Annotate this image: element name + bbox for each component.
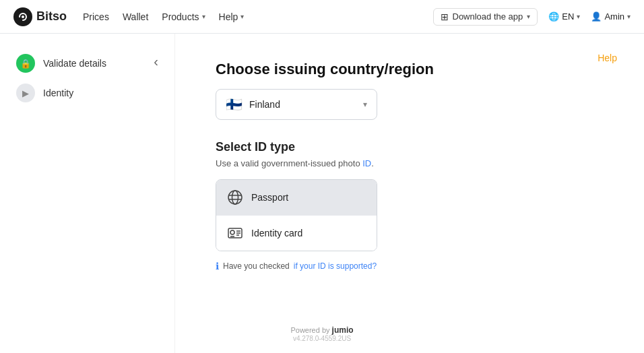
svg-point-6 (230, 230, 234, 234)
step-identity-label: Identity (43, 88, 73, 98)
step-validate-label: Validate details (43, 58, 106, 69)
globe-icon: 🌐 (548, 11, 559, 22)
country-selector[interactable]: 🇫🇮 Finland ▾ (216, 89, 377, 120)
user-menu[interactable]: 👤 Amin ▾ (591, 11, 631, 22)
download-chevron: ▾ (527, 13, 530, 20)
grid-icon: ⊞ (441, 11, 449, 22)
svg-point-2 (232, 191, 238, 204)
passport-icon (227, 189, 243, 205)
main-layout: 🔒 Validate details ▶ Identity ‹ Help Cho… (0, 34, 644, 353)
country-name: Finland (249, 99, 356, 110)
download-app-button[interactable]: ⊞ Download the app ▾ (433, 8, 538, 26)
content-area: Help Choose issuing country/region 🇫🇮 Fi… (175, 34, 644, 353)
step-identity-icon: ▶ (16, 84, 35, 102)
step-validate-icon: 🔒 (16, 54, 35, 73)
sidebar: 🔒 Validate details ▶ Identity ‹ (0, 34, 175, 353)
header-right: ⊞ Download the app ▾ 🌐 EN ▾ 👤 Amin ▾ (433, 8, 631, 26)
id-type-subtitle: Use a valid government-issued photo ID. (216, 158, 604, 168)
logo[interactable]: Bitso (13, 7, 67, 26)
language-selector[interactable]: 🌐 EN ▾ (548, 11, 580, 22)
svg-point-1 (228, 191, 242, 204)
id-card-icon (227, 225, 243, 241)
nav-products[interactable]: Products ▾ (162, 11, 205, 22)
id-link[interactable]: ID (362, 158, 371, 168)
supported-id-link[interactable]: if your ID is supported? (294, 261, 377, 271)
help-chevron: ▾ (240, 13, 244, 20)
help-link[interactable]: Help (598, 53, 617, 63)
country-title: Choose issuing country/region (216, 61, 604, 78)
logo-icon (13, 7, 32, 26)
svg-point-0 (22, 15, 24, 18)
lang-chevron: ▾ (577, 13, 580, 20)
footer: Powered by jumio v4.278.0-4559.2US (290, 325, 353, 342)
jumio-brand: jumio (332, 325, 354, 335)
passport-option[interactable]: Passport (216, 180, 377, 216)
user-chevron: ▾ (627, 13, 631, 20)
info-icon: ℹ (216, 261, 219, 271)
id-options-list: Passport Identity card (216, 179, 377, 251)
nav-prices[interactable]: Prices (83, 11, 109, 22)
logo-text: Bitso (36, 9, 67, 24)
country-chevron-icon: ▾ (363, 100, 367, 109)
products-chevron: ▾ (202, 13, 205, 20)
back-button[interactable]: ‹ (154, 54, 158, 69)
identity-card-option[interactable]: Identity card (216, 216, 377, 251)
country-flag: 🇫🇮 (226, 96, 243, 113)
id-type-title: Select ID type (216, 140, 604, 154)
header: Bitso Prices Wallet Products ▾ Help ▾ ⊞ … (0, 0, 644, 34)
step-identity: ▶ Identity (16, 84, 106, 102)
step-validate: 🔒 Validate details (16, 54, 106, 73)
user-icon: 👤 (591, 11, 602, 22)
nav-wallet[interactable]: Wallet (123, 11, 148, 22)
nav: Prices Wallet Products ▾ Help ▾ (83, 11, 244, 22)
nav-help[interactable]: Help ▾ (219, 11, 245, 22)
version-label: v4.278.0-4559.2US (290, 335, 353, 342)
info-row: ℹ Have you checked if your ID is support… (216, 261, 604, 271)
